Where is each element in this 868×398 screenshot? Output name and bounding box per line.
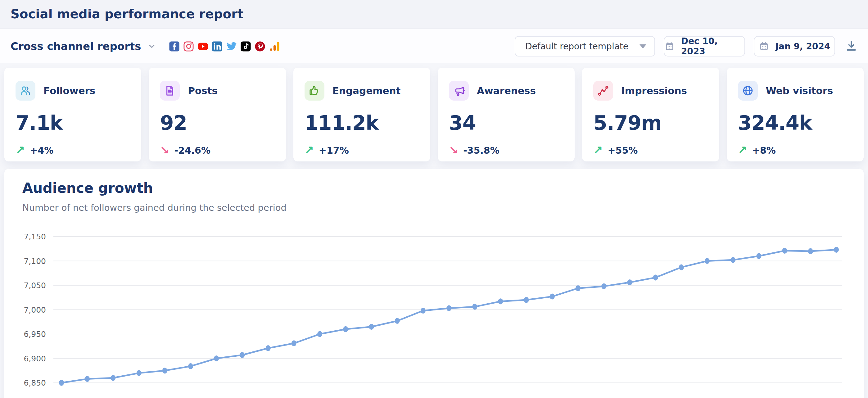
stat-value: 7.1k: [16, 113, 130, 133]
calendar-icon: [759, 41, 769, 52]
chart-subtitle: Number of net followers gained during th…: [22, 203, 286, 213]
trend-arrow-icon: ↗: [738, 145, 747, 156]
tiktok-icon[interactable]: [240, 41, 251, 52]
toolbar: Cross channel reports: [0, 29, 868, 63]
engagement-icon: [305, 81, 324, 100]
trend-value: +4%: [30, 145, 53, 156]
instagram-icon[interactable]: [183, 41, 194, 52]
stat-card-web-visitors: Web visitors 324.4k ↗ +8%: [727, 68, 864, 161]
trend-arrow-icon: ↗: [16, 145, 25, 156]
toolbar-left: Cross channel reports: [10, 40, 280, 53]
stat-label: Followers: [43, 85, 95, 96]
svg-text:6,850: 6,850: [24, 378, 46, 388]
impressions-icon: [593, 81, 613, 100]
stat-label: Posts: [188, 85, 218, 96]
start-date-value: Dec 10, 2023: [681, 36, 744, 57]
pinterest-icon[interactable]: [254, 41, 266, 52]
trend-arrow-icon: ↘: [160, 145, 169, 156]
svg-text:7,100: 7,100: [24, 257, 46, 266]
facebook-icon[interactable]: [169, 41, 180, 52]
youtube-icon[interactable]: [197, 41, 208, 52]
stat-label: Engagement: [333, 85, 401, 96]
stat-cards-row: Followers 7.1k ↗ +4% Posts 92: [4, 68, 864, 161]
stat-label: Awareness: [477, 85, 536, 96]
stat-value: 111.2k: [305, 113, 419, 133]
page-title: Social media performance report: [10, 7, 243, 21]
trend-value: +8%: [752, 145, 776, 156]
report-section-label: Cross channel reports: [10, 40, 141, 53]
trend-value: +17%: [319, 145, 349, 156]
stat-card-impressions: Impressions 5.79m ↗ +55%: [582, 68, 719, 161]
report-content: Followers 7.1k ↗ +4% Posts 92: [0, 63, 868, 398]
trend-value: -24.6%: [175, 145, 211, 156]
trend-value: +55%: [608, 145, 638, 156]
trend-arrow-icon: ↘: [449, 145, 458, 156]
report-template-value: Default report template: [525, 41, 640, 52]
stat-card-posts: Posts 92 ↘ -24.6%: [149, 68, 286, 161]
stat-value: 324.4k: [738, 113, 852, 133]
end-date-picker[interactable]: Jan 9, 2024: [754, 36, 835, 57]
posts-icon: [160, 81, 180, 100]
stat-card-awareness: Awareness 34 ↘ -35.8%: [438, 68, 575, 161]
calendar-icon: [664, 41, 675, 52]
stat-card-followers: Followers 7.1k ↗ +4%: [4, 68, 141, 161]
awareness-icon: [449, 81, 469, 100]
svg-text:7,050: 7,050: [24, 281, 46, 290]
followers-icon: [16, 81, 35, 100]
channel-icon-list: [169, 41, 280, 52]
trend-value: -35.8%: [463, 145, 499, 156]
app-header: Social media performance report: [0, 0, 868, 29]
report-template-select[interactable]: Default report template: [515, 36, 655, 57]
svg-text:7,150: 7,150: [24, 232, 46, 241]
start-date-picker[interactable]: Dec 10, 2023: [664, 36, 745, 57]
audience-growth-card: Audience growth Number of net followers …: [4, 169, 864, 398]
chevron-down-icon: [147, 41, 156, 51]
chart-title: Audience growth: [22, 180, 153, 196]
trend-arrow-icon: ↗: [305, 145, 314, 156]
linkedin-icon[interactable]: [212, 41, 223, 52]
select-caret-icon: [640, 44, 646, 49]
web-visitors-icon: [738, 81, 758, 100]
toolbar-right: Default report template Dec 10, 2023: [515, 36, 858, 57]
audience-growth-line-chart: 7,1507,1007,0507,0006,9506,9006,850: [14, 228, 858, 398]
stat-value: 5.79m: [593, 113, 708, 133]
svg-text:7,000: 7,000: [24, 305, 46, 314]
google-analytics-icon[interactable]: [269, 41, 280, 52]
stat-value: 92: [160, 113, 274, 133]
svg-text:6,950: 6,950: [24, 330, 46, 339]
end-date-value: Jan 9, 2024: [775, 41, 831, 52]
stat-card-engagement: Engagement 111.2k ↗ +17%: [293, 68, 430, 161]
trend-arrow-icon: ↗: [593, 145, 602, 156]
download-icon[interactable]: [845, 40, 858, 53]
stat-label: Web visitors: [766, 85, 833, 96]
report-section-dropdown[interactable]: Cross channel reports: [10, 40, 156, 53]
svg-text:6,900: 6,900: [24, 354, 46, 363]
stat-label: Impressions: [621, 85, 687, 96]
stat-value: 34: [449, 113, 563, 133]
twitter-icon[interactable]: [226, 41, 237, 52]
